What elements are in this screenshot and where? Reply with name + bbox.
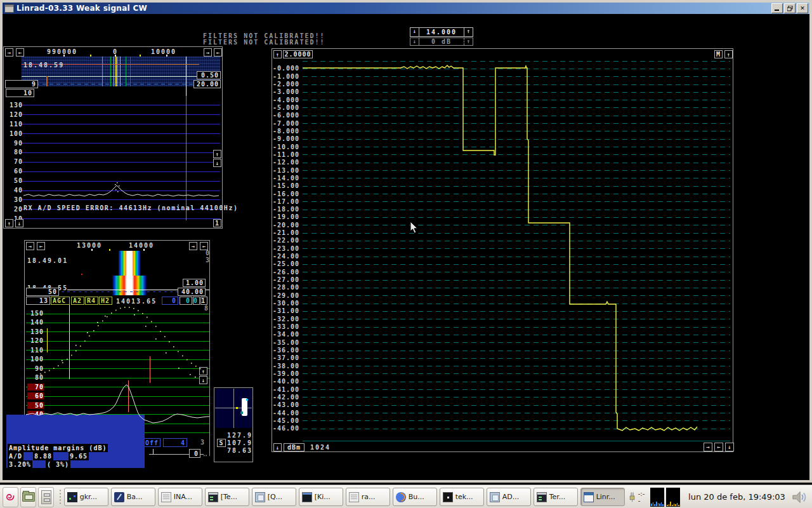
- frequency-value: 14.000: [419, 28, 464, 36]
- task-list: gkr...Ba...INA...[Te...[Q...[Ki...ra...B…: [64, 488, 627, 506]
- window-title-bar[interactable]: Linrad-03.33 Weak signal CW ✕: [3, 3, 809, 14]
- gain-spinner: ↓ 0 dB ↑: [410, 37, 473, 46]
- terminal-icon: [208, 492, 218, 502]
- maximize-button[interactable]: [784, 3, 796, 13]
- desktop: Linrad-03.33 Weak signal CW ✕ FILTERS NO…: [0, 0, 812, 508]
- gkrellm-icon: [67, 492, 77, 502]
- smeter-panel: S 127.9 107.9 78.63: [214, 387, 253, 462]
- clock[interactable]: lun 20 de feb, 19:49:03: [688, 492, 785, 502]
- system-monitors: [650, 488, 682, 507]
- file-manager-launcher[interactable]: [20, 487, 36, 507]
- folder-icon: [22, 492, 35, 502]
- smeter-value-1: 127.9: [227, 432, 251, 439]
- task-label: gkr...: [80, 493, 97, 501]
- taskbar-task[interactable]: tek...: [440, 488, 484, 506]
- taskbar-task[interactable]: [Ki...: [299, 488, 343, 506]
- terminal-icon: [537, 492, 547, 502]
- task-label: INA...: [174, 493, 192, 501]
- taskbar-separator: [58, 489, 61, 505]
- frequency-up-button[interactable]: ↑: [464, 28, 473, 36]
- file-cabinet-launcher[interactable]: [38, 487, 54, 507]
- window-title: Linrad-03.33 Weak signal CW: [16, 4, 147, 13]
- browser-icon: [396, 492, 406, 502]
- task-label: [Q...: [268, 493, 282, 501]
- taskbar-task[interactable]: Ba...: [111, 488, 155, 506]
- editor-blue-icon: [114, 492, 124, 502]
- app-icon: [255, 492, 265, 502]
- gain-down-button[interactable]: ↓: [410, 38, 419, 45]
- taskbar-task[interactable]: ra...: [346, 488, 390, 506]
- task-label: Ter...: [549, 493, 566, 501]
- task-label: Ba...: [127, 493, 143, 501]
- task-label: tek...: [455, 493, 473, 501]
- system-monitor-applet[interactable]: [650, 488, 664, 507]
- gain-up-button[interactable]: ↑: [464, 38, 473, 45]
- wideband-panel: → ← 990000 0 10000 → ←: [3, 46, 223, 229]
- task-label: ra...: [362, 493, 376, 501]
- linrad-client-area: FILTERS NOT CALIBRATED!! FILTERS NOT CAL…: [3, 14, 809, 480]
- power-plug-icon[interactable]: [627, 490, 637, 504]
- app-icon: [490, 492, 500, 502]
- cabinet-icon: [41, 490, 51, 504]
- mouse-cursor: [410, 221, 419, 234]
- doc-icon: [349, 492, 359, 502]
- popup-ad-label: A/D: [8, 452, 23, 460]
- linrad-window: Linrad-03.33 Weak signal CW ✕ FILTERS NO…: [0, 0, 812, 483]
- taskbar-task[interactable]: Ter...: [534, 488, 578, 506]
- debian-logo-icon: [4, 490, 18, 504]
- frequency-spinner: ↓ 14.000 ↑: [410, 27, 473, 37]
- popup-percent: 3.20%: [8, 460, 32, 469]
- narrow-spectrum-trace: [25, 241, 211, 457]
- gain-value: 0 dB: [419, 38, 464, 45]
- window-icon: [584, 492, 594, 502]
- close-button[interactable]: ✕: [797, 3, 808, 13]
- taskbar-task[interactable]: [Q...: [252, 488, 296, 506]
- terminal2-icon: [302, 492, 312, 502]
- taskbar-task[interactable]: INA...: [158, 488, 202, 506]
- task-label: Bu...: [409, 493, 424, 501]
- main-trace: [272, 49, 734, 453]
- main-graph-panel: ↑ 2.0000 M ↑ -0.000-1.000-2.000-3.000-4.…: [272, 48, 733, 452]
- dark-app-icon: [443, 492, 453, 502]
- taskbar-task[interactable]: AD...: [487, 488, 531, 506]
- task-label: Linr...: [596, 493, 615, 501]
- phase-scope: [215, 389, 252, 428]
- filters-warning-2: FILTERS NOT CALIBRATED!!: [203, 39, 325, 46]
- task-label: [Te...: [221, 493, 237, 501]
- taskbar-task[interactable]: gkr...: [64, 488, 108, 506]
- taskbar: gkr...Ba...INA...[Te...[Q...[Ki...ra...B…: [0, 485, 812, 508]
- smeter-value-2: 107.9: [227, 439, 251, 446]
- wide-spectrum-trace: [4, 47, 223, 229]
- minimize-button[interactable]: [771, 3, 783, 13]
- task-label: [Ki...: [315, 493, 331, 501]
- narrowband-panel: → ← 13000 14000 → ← 18.49.01 18.48.55 0: [24, 240, 210, 456]
- taskbar-task[interactable]: Linr...: [580, 488, 625, 506]
- task-label: AD...: [502, 493, 520, 501]
- smeter-s-button[interactable]: S: [217, 439, 226, 447]
- taskbar-task[interactable]: Bu...: [393, 488, 437, 506]
- applications-menu-button[interactable]: [3, 487, 18, 507]
- net-rate-label: -:--: [638, 490, 646, 504]
- popup-percent-2: ( 3%): [46, 460, 70, 469]
- volume-icon[interactable]: [792, 490, 809, 505]
- smeter-value-3: 78.63: [227, 447, 251, 454]
- frequency-down-button[interactable]: ↓: [410, 28, 419, 36]
- system-monitor-applet[interactable]: [666, 488, 680, 507]
- window-icon: [4, 4, 14, 13]
- doc-icon: [161, 492, 171, 502]
- taskbar-task[interactable]: [Te...: [205, 488, 249, 506]
